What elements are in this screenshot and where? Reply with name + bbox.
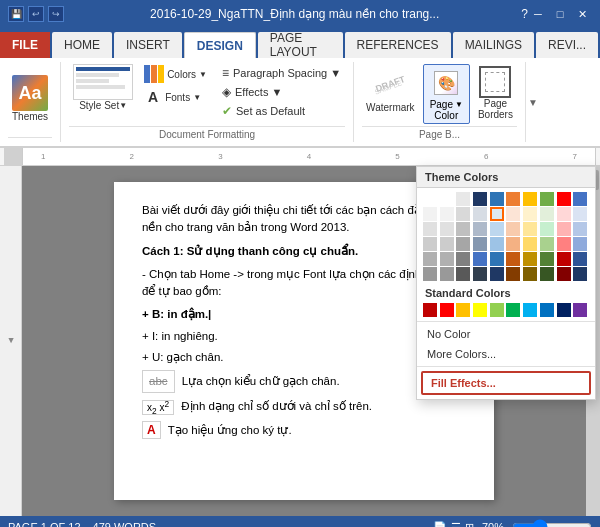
theme-color-cell[interactable] (557, 207, 571, 221)
effects-button[interactable]: ◈ Effects ▼ (218, 83, 345, 101)
tab-review[interactable]: REVI... (536, 32, 598, 58)
fill-effects-item[interactable]: Fill Effects... (421, 371, 591, 395)
close-button[interactable]: ✕ (572, 6, 592, 22)
minimize-button[interactable]: ─ (528, 6, 548, 22)
set-as-default-button[interactable]: ✔ Set as Default (218, 102, 345, 120)
window-controls[interactable]: ─ □ ✕ (528, 6, 592, 22)
view-icon-2[interactable]: ☰ (451, 521, 461, 528)
theme-color-cell[interactable] (506, 237, 520, 251)
tab-references[interactable]: REFERENCES (345, 32, 451, 58)
colors-button[interactable]: Colors ▼ (141, 64, 210, 84)
file-tab[interactable]: FILE (0, 32, 50, 58)
theme-color-cell[interactable] (540, 222, 554, 236)
undo-icon[interactable]: ↩ (28, 6, 44, 22)
view-icon-1[interactable]: 📄 (433, 521, 447, 528)
theme-color-cell[interactable] (456, 207, 470, 221)
themes-button[interactable]: Aa Themes (8, 73, 52, 124)
theme-color-cell[interactable] (473, 237, 487, 251)
ribbon-expand[interactable]: ▼ (526, 62, 540, 142)
theme-color-cell[interactable] (523, 207, 537, 221)
fonts-button[interactable]: A Fonts ▼ (141, 88, 210, 106)
theme-color-cell[interactable] (557, 192, 571, 206)
theme-color-cell[interactable] (523, 222, 537, 236)
tab-home[interactable]: HOME (52, 32, 112, 58)
theme-color-cell[interactable] (456, 237, 470, 251)
standard-color-cell[interactable] (540, 303, 554, 317)
theme-color-cell[interactable] (473, 267, 487, 281)
theme-color-cell[interactable] (506, 252, 520, 266)
status-icons[interactable]: 📄 ☰ ⊞ (433, 521, 474, 528)
theme-color-cell[interactable] (440, 237, 454, 251)
page-borders-button[interactable]: PageBorders (474, 64, 517, 122)
theme-color-cell[interactable] (440, 252, 454, 266)
theme-color-cell[interactable] (456, 192, 470, 206)
redo-icon[interactable]: ↪ (48, 6, 64, 22)
theme-color-cell[interactable] (423, 267, 437, 281)
more-colors-item[interactable]: More Colors... (417, 344, 595, 364)
theme-color-cell[interactable] (540, 237, 554, 251)
theme-color-cell[interactable] (423, 237, 437, 251)
theme-color-cell[interactable] (523, 267, 537, 281)
maximize-button[interactable]: □ (550, 6, 570, 22)
theme-color-cell[interactable] (506, 267, 520, 281)
standard-color-cell[interactable] (473, 303, 487, 317)
theme-color-cell[interactable] (540, 252, 554, 266)
page-color-button[interactable]: 🎨 Page ▼ Color (423, 64, 470, 124)
standard-color-cell[interactable] (456, 303, 470, 317)
theme-color-cell[interactable] (523, 192, 537, 206)
standard-color-cell[interactable] (506, 303, 520, 317)
view-icon-3[interactable]: ⊞ (465, 521, 474, 528)
theme-color-cell[interactable] (540, 267, 554, 281)
theme-color-cell[interactable] (473, 222, 487, 236)
tab-mailings[interactable]: MAILINGS (453, 32, 534, 58)
quick-access-toolbar[interactable]: 💾 ↩ ↪ (8, 6, 64, 22)
theme-color-cell[interactable] (423, 192, 437, 206)
theme-color-cell[interactable] (423, 222, 437, 236)
tab-insert[interactable]: INSERT (114, 32, 182, 58)
standard-color-cell[interactable] (523, 303, 537, 317)
style-set-button[interactable]: Style Set ▼ (69, 62, 137, 113)
theme-color-cell[interactable] (440, 222, 454, 236)
standard-color-cell[interactable] (490, 303, 504, 317)
theme-color-cell[interactable] (456, 252, 470, 266)
theme-color-cell[interactable] (573, 192, 587, 206)
theme-color-cell[interactable] (490, 252, 504, 266)
theme-color-cell[interactable] (573, 207, 587, 221)
theme-color-cell[interactable] (573, 267, 587, 281)
standard-color-cell[interactable] (440, 303, 454, 317)
theme-color-cell[interactable] (456, 222, 470, 236)
standard-color-cell[interactable] (557, 303, 571, 317)
no-color-item[interactable]: No Color (417, 324, 595, 344)
help-icon[interactable]: ? (521, 7, 528, 21)
theme-color-cell[interactable] (490, 237, 504, 251)
theme-color-cell[interactable] (490, 222, 504, 236)
save-icon[interactable]: 💾 (8, 6, 24, 22)
theme-color-cell[interactable] (573, 222, 587, 236)
zoom-slider[interactable] (512, 519, 592, 527)
theme-color-cell[interactable] (440, 267, 454, 281)
theme-color-cell[interactable] (490, 267, 504, 281)
watermark-button[interactable]: DRAFT SAMPLE Watermark (362, 64, 419, 115)
theme-color-cell[interactable] (456, 267, 470, 281)
theme-color-cell[interactable] (557, 252, 571, 266)
theme-color-cell[interactable] (573, 237, 587, 251)
tab-design[interactable]: DESIGN (184, 32, 256, 58)
theme-color-cell[interactable] (490, 192, 504, 206)
theme-color-cell[interactable] (540, 192, 554, 206)
theme-color-cell[interactable] (506, 207, 520, 221)
theme-color-cell[interactable] (573, 252, 587, 266)
theme-color-cell[interactable] (423, 207, 437, 221)
tab-page-layout[interactable]: PAGE LAYOUT (258, 32, 343, 58)
paragraph-spacing-button[interactable]: ≡ Paragraph Spacing ▼ (218, 64, 345, 82)
standard-color-cell[interactable] (573, 303, 587, 317)
theme-color-cell[interactable] (506, 192, 520, 206)
theme-color-cell[interactable] (506, 222, 520, 236)
theme-color-cell[interactable] (473, 192, 487, 206)
theme-color-cell[interactable] (523, 237, 537, 251)
theme-color-cell[interactable] (440, 207, 454, 221)
theme-color-cell[interactable] (557, 222, 571, 236)
standard-color-cell[interactable] (423, 303, 437, 317)
theme-color-cell[interactable] (557, 237, 571, 251)
theme-color-cell[interactable] (523, 252, 537, 266)
theme-color-cell[interactable] (473, 252, 487, 266)
